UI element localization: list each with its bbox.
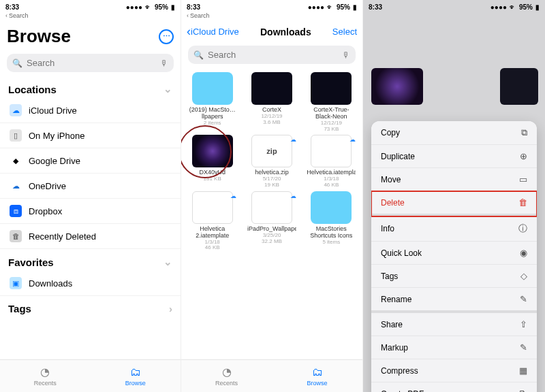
tab-browse[interactable]: 🗂Browse <box>91 360 181 392</box>
nav-title: Downloads <box>260 27 311 37</box>
location-dropbox[interactable]: ⧈ Dropbox <box>0 199 181 224</box>
clock-icon: ◔ <box>40 365 50 378</box>
folder-icon: ▣ <box>10 277 22 289</box>
menu-label: Copy <box>381 128 400 137</box>
duplicate-icon: ⊕ <box>520 151 527 161</box>
search-field[interactable] <box>27 58 156 68</box>
battery-icon: ▮ <box>353 3 357 11</box>
status-bar: 8:33 ●●●● ᯤ 95% ▮ <box>363 0 545 12</box>
file-meta: 181 KB <box>204 176 221 182</box>
status-right: ●●●● ᯤ 95% ▮ <box>490 3 540 11</box>
menu-label: Compress <box>381 366 418 376</box>
menu-item-rename[interactable]: Rename✎ <box>371 288 537 313</box>
file-meta: 46 KB <box>324 182 339 189</box>
menu-item-compress[interactable]: Compress▦ <box>371 359 537 382</box>
back-search[interactable]: ‹Search <box>181 12 362 22</box>
menu-label: Markup <box>381 343 408 353</box>
page-title: Browse <box>7 26 71 47</box>
status-time: 8:33 <box>5 3 19 11</box>
create-pdf-icon: 🗎 <box>518 389 527 392</box>
mic-icon[interactable]: 🎙 <box>342 50 350 60</box>
battery-percent: 95% <box>337 3 350 11</box>
preview-thumbnail <box>371 68 423 105</box>
status-right: ●●●● ᯤ 95% ▮ <box>308 3 357 11</box>
wifi-icon: ᯤ <box>145 3 152 11</box>
file-meta: 3.6 MB <box>263 120 280 126</box>
search-icon: 🔍 <box>193 50 204 60</box>
blurred-thumb <box>500 68 538 105</box>
file-name: CorteX-True-Black-Neon <box>307 107 356 120</box>
section-locations[interactable]: Locations ⌄ <box>0 76 181 98</box>
location-icloud-drive[interactable]: ☁︎ iCloud Drive <box>0 98 181 123</box>
location-google-drive[interactable]: ◆ Google Drive <box>0 148 181 174</box>
more-button[interactable]: ⋯ <box>159 29 174 44</box>
menu-item-info[interactable]: Infoⓘ <box>371 216 537 242</box>
menu-label: Create PDF <box>381 389 424 393</box>
menu-item-markup[interactable]: Markup✎ <box>371 336 537 359</box>
cloud-download-icon: ☁︎ <box>230 193 236 199</box>
file-item[interactable]: CorteX-True-Black-Neon12/12/1973 KB <box>303 72 360 132</box>
search-field[interactable] <box>208 50 338 60</box>
paper-thumb-icon <box>251 191 292 224</box>
mic-icon[interactable]: 🎙 <box>160 59 168 68</box>
menu-item-copy[interactable]: Copy⧉ <box>371 121 537 145</box>
file-item[interactable]: zip☁︎helvetica.zip5/17/2019 KB <box>243 135 300 188</box>
tab-browse[interactable]: 🗂Browse <box>272 360 362 392</box>
search-input[interactable]: 🔍 🎙 <box>7 54 174 72</box>
file-item[interactable]: (2019) MacSto…llpapers2 items <box>184 72 240 132</box>
file-item[interactable]: ☁︎Helvetica 2.iatemplate1/3/1846 KB <box>184 191 240 251</box>
dark-thumb-icon <box>251 72 292 105</box>
battery-percent: 95% <box>519 3 533 11</box>
onedrive-icon: ☁︎ <box>10 180 22 192</box>
search-input[interactable]: 🔍 🎙 <box>188 46 356 64</box>
file-item[interactable]: CorteX12/12/193.6 MB <box>243 72 300 132</box>
menu-item-tags[interactable]: Tags◇ <box>371 265 537 288</box>
favorite-downloads[interactable]: ▣ Downloads <box>0 271 181 296</box>
menu-label: Tags <box>381 272 398 281</box>
section-tags[interactable]: Tags › <box>0 296 181 317</box>
file-item[interactable]: MacStories Shortcuts Icons5 items <box>303 191 360 251</box>
cloud-icon: ☁︎ <box>10 104 22 116</box>
menu-label: Rename <box>381 295 411 304</box>
file-meta: 46 KB <box>205 245 220 251</box>
file-meta: 73 KB <box>324 127 339 133</box>
chevron-left-icon: ‹ <box>187 12 189 19</box>
location-recently-deleted[interactable]: 🗑 Recently Deleted <box>0 224 181 249</box>
context-menu: Copy⧉Duplicate⊕Move▭Delete🗑InfoⓘQuick Lo… <box>371 121 537 392</box>
google-drive-icon: ◆ <box>10 154 22 167</box>
quick-look-icon: ◉ <box>520 248 527 258</box>
dark-thumb-icon <box>311 72 352 105</box>
menu-item-duplicate[interactable]: Duplicate⊕ <box>371 145 537 168</box>
back-button[interactable]: ‹iCloud Drive <box>187 24 239 39</box>
section-favorites[interactable]: Favorites ⌄ <box>0 249 181 271</box>
nav-bar: ‹iCloud Drive Downloads Select <box>181 22 362 42</box>
select-button[interactable]: Select <box>332 27 357 37</box>
cloud-download-icon: ☁︎ <box>290 193 296 199</box>
file-meta: 2 items <box>204 120 221 127</box>
location-onedrive[interactable]: ☁︎ OneDrive <box>0 174 181 199</box>
file-name: (2019) MacSto…llpapers <box>188 107 237 120</box>
file-item[interactable]: DX40yUd181 KB <box>184 135 240 188</box>
tab-recents[interactable]: ◔Recents <box>0 360 91 392</box>
folder-icon: 🗂 <box>130 366 141 378</box>
menu-item-share[interactable]: Share⇧ <box>371 313 537 336</box>
file-item[interactable]: ☁︎iPadPro_Wallpaper3/25/2032.2 MB <box>243 191 300 251</box>
menu-item-quick-look[interactable]: Quick Look◉ <box>371 242 537 265</box>
signal-icon: ●●●● <box>308 3 324 11</box>
chevron-left-icon: ‹ <box>5 12 7 19</box>
location-on-my-iphone[interactable]: ▯ On My iPhone <box>0 123 181 148</box>
info-icon: ⓘ <box>518 223 527 235</box>
file-name: MacStories Shortcuts Icons <box>307 226 356 240</box>
move-icon: ▭ <box>519 174 527 184</box>
status-bar: 8:33 ●●●● ᯤ 95% ▮ <box>0 0 181 12</box>
back-search[interactable]: ‹Search <box>0 12 181 22</box>
tab-recents[interactable]: ◔Recents <box>181 360 272 392</box>
menu-label: Delete <box>381 198 405 208</box>
menu-item-move[interactable]: Move▭ <box>371 168 537 191</box>
menu-item-delete[interactable]: Delete🗑 <box>371 191 537 216</box>
menu-item-create-pdf[interactable]: Create PDF🗎 <box>371 382 537 392</box>
battery-percent: 95% <box>155 3 168 11</box>
folder-thumb-icon <box>192 72 233 105</box>
file-item[interactable]: ☁︎Helvetica.iatemplate1/3/1846 KB <box>303 135 360 188</box>
share-icon: ⇧ <box>520 319 527 329</box>
